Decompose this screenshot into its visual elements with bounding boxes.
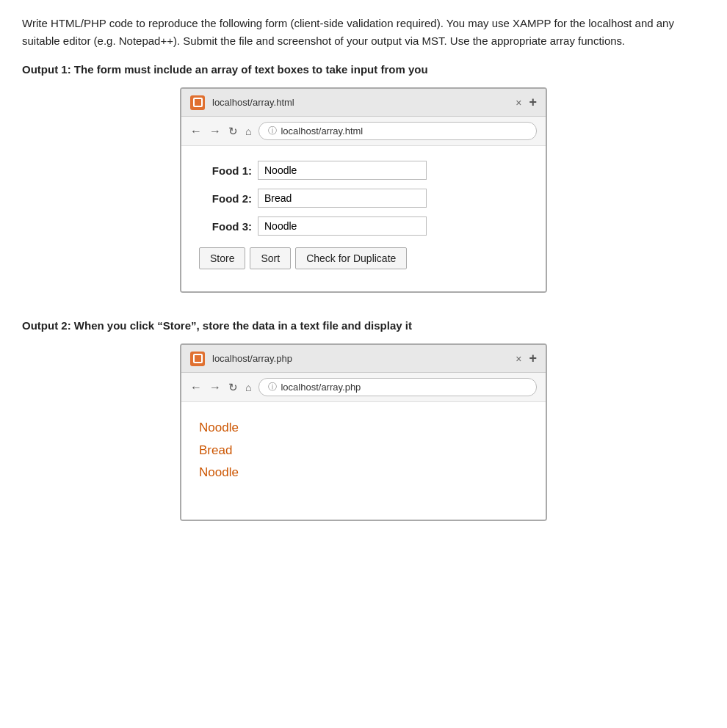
browser-tab-close-2[interactable]: ×: [516, 353, 521, 365]
food1-label: Food 1:: [199, 164, 252, 177]
browser-addressbar-1: ← → ↻ ⌂ ⓘ localhost/array.html: [181, 117, 546, 146]
url-bar-2[interactable]: ⓘ localhost/array.php: [258, 378, 537, 396]
info-icon-2: ⓘ: [268, 381, 277, 393]
browser-titlebar-1: localhost/array.html × +: [181, 89, 546, 117]
forward-button-1[interactable]: →: [209, 125, 221, 138]
info-icon-1: ⓘ: [268, 125, 277, 137]
browser-tab-new-2[interactable]: +: [529, 351, 537, 366]
url-bar-1[interactable]: ⓘ localhost/array.html: [258, 122, 537, 140]
favicon-icon-2: [193, 354, 203, 363]
forward-button-2[interactable]: →: [209, 381, 221, 394]
browser-window-2: localhost/array.php × + ← → ↻ ⌂ ⓘ localh…: [180, 343, 547, 521]
url-text-1: localhost/array.html: [281, 125, 363, 136]
intro-text: Write HTML/PHP code to reproduce the fol…: [22, 15, 705, 50]
sort-button[interactable]: Sort: [250, 247, 291, 269]
browser-tab-close-1[interactable]: ×: [516, 97, 521, 109]
browser-favicon-1: [190, 95, 205, 110]
food3-input[interactable]: [258, 216, 427, 236]
url-text-2: localhost/array.php: [281, 382, 361, 393]
browser-addressbar-2: ← → ↻ ⌂ ⓘ localhost/array.php: [181, 373, 546, 402]
browser-tab-new-1[interactable]: +: [529, 95, 537, 110]
output-item-2: Bread: [199, 440, 528, 462]
food2-input[interactable]: [258, 189, 427, 208]
output-item-1: Noodle: [199, 417, 528, 440]
browser-content-2: Noodle Bread Noodle: [181, 402, 546, 520]
button-row-1: Store Sort Check for Duplicate: [199, 247, 528, 269]
browser-content-1: Food 1: Food 2: Food 3: Store Sort Check…: [181, 146, 546, 291]
food3-row: Food 3:: [199, 216, 528, 236]
food3-label: Food 3:: [199, 220, 252, 233]
favicon-icon: [193, 98, 203, 107]
browser-titlebar-2: localhost/array.php × +: [181, 345, 546, 373]
browser-favicon-2: [190, 352, 205, 366]
output-item-3: Noodle: [199, 462, 528, 484]
output2-heading: Output 2: When you click “Store”, store …: [22, 319, 705, 332]
browser-window-1: localhost/array.html × + ← → ↻ ⌂ ⓘ local…: [180, 87, 547, 293]
home-button-2[interactable]: ⌂: [245, 382, 251, 393]
check-duplicate-button[interactable]: Check for Duplicate: [295, 247, 407, 269]
browser-tab-title-2: localhost/array.php: [212, 353, 508, 364]
output1-heading: Output 1: The form must include an array…: [22, 63, 705, 76]
food2-row: Food 2:: [199, 189, 528, 208]
food1-row: Food 1:: [199, 161, 528, 180]
reload-button-1[interactable]: ↻: [228, 125, 238, 138]
back-button-2[interactable]: ←: [190, 381, 202, 394]
reload-button-2[interactable]: ↻: [228, 381, 238, 394]
store-button[interactable]: Store: [199, 247, 245, 269]
food1-input[interactable]: [258, 161, 427, 180]
output-list: Noodle Bread Noodle: [199, 417, 528, 484]
browser-tab-title-1: localhost/array.html: [212, 97, 508, 108]
food2-label: Food 2:: [199, 192, 252, 205]
home-button-1[interactable]: ⌂: [245, 125, 251, 137]
back-button-1[interactable]: ←: [190, 125, 202, 138]
